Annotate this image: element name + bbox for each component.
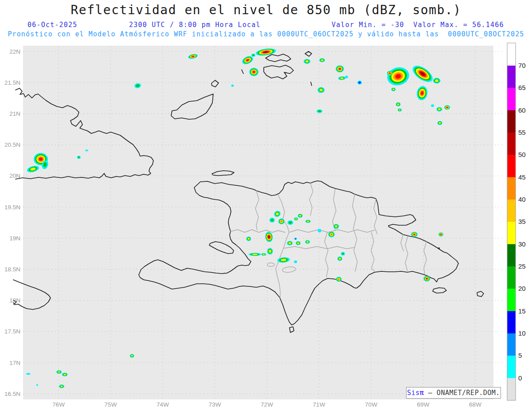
y-tick-label: 20N — [9, 172, 20, 179]
y-tick-label: 22N — [9, 48, 20, 55]
colorbar-tick-label: 60 — [518, 106, 526, 114]
reflectivity-cell — [246, 237, 251, 241]
y-tick-label: 19.5N — [4, 204, 20, 211]
y-tick-label: 17.5N — [4, 328, 20, 335]
reflectivity-cell — [438, 232, 443, 236]
reflectivity-cell — [396, 102, 401, 106]
reflectivity-cell — [130, 354, 134, 358]
branding-box: Sisπ – ONAMET/REP.DOM. — [406, 387, 501, 399]
colorbar-tick-label: 15 — [518, 307, 526, 315]
map-canvas: 22N21.5N21N20.5N20N19.5N19N18.5N18N17.5N… — [0, 0, 532, 411]
reflectivity-cell — [398, 108, 402, 111]
colorbar: 7065605550454035302520151050 — [507, 43, 526, 400]
colorbar-tick-label: 30 — [518, 240, 526, 248]
colorbar-tick-label: 10 — [518, 329, 526, 337]
reflectivity-cell — [328, 231, 335, 237]
reflectivity-cell — [267, 248, 273, 254]
reflectivity-cell — [438, 121, 442, 125]
x-tick-label: 69W — [417, 401, 430, 408]
reflectivity-cell — [270, 218, 275, 223]
y-tick-label: 19N — [9, 235, 20, 242]
reflectivity-cell — [251, 54, 255, 57]
reflectivity-cell — [294, 261, 297, 263]
y-tick-label: 16.5N — [4, 391, 20, 397]
reflectivity-cell — [26, 373, 30, 375]
branding-pi-logo: π — [420, 389, 424, 397]
colorbar-tick-label: 20 — [518, 285, 526, 292]
branding-org: – ONAMET/REP.DOM. — [424, 389, 500, 397]
reflectivity-cell — [319, 58, 325, 62]
branding-sis: Sis — [407, 389, 420, 397]
x-tick-label: 70W — [365, 401, 377, 408]
reflectivity-cell — [36, 384, 38, 386]
x-tick-label: 73W — [209, 401, 221, 408]
colorbar-tick-label: 55 — [518, 129, 526, 136]
x-tick-label: 75W — [105, 401, 117, 408]
reflectivity-cell — [336, 65, 344, 72]
reflectivity-cell — [431, 104, 434, 107]
reflectivity-cell — [85, 149, 88, 151]
reflectivity-cell — [296, 241, 301, 245]
x-tick-label: 74W — [156, 401, 169, 408]
reflectivity-cell — [357, 81, 362, 85]
y-tick-label: 21.5N — [4, 79, 20, 86]
reflectivity-cell — [249, 253, 261, 256]
colorbar-tick-label: 45 — [518, 173, 526, 181]
reflectivity-cell — [423, 276, 430, 282]
reflectivity-cell — [287, 241, 293, 245]
reflectivity-cell — [294, 238, 297, 240]
x-tick-label: 68W — [469, 401, 481, 408]
reflectivity-cell — [317, 87, 325, 93]
reflectivity-cell — [77, 156, 81, 159]
x-tick-label: 71W — [313, 401, 325, 408]
reflectivity-cell — [305, 240, 310, 244]
colorbar-tick-label: 25 — [518, 262, 526, 270]
reflectivity-cell — [304, 59, 310, 64]
reflectivity-cell — [261, 253, 266, 256]
reflectivity-cell — [345, 76, 348, 78]
reflectivity-cell — [62, 373, 68, 376]
x-tick-label: 76W — [52, 401, 65, 408]
y-tick-label: 21N — [9, 110, 20, 117]
y-tick-label: 17N — [9, 360, 20, 366]
weather-map-page: Reflectividad en el nivel de 850 mb (dBZ… — [0, 0, 532, 411]
y-tick-label: 18.5N — [4, 266, 20, 273]
colorbar-tick-label: 40 — [518, 196, 526, 203]
reflectivity-cell — [294, 217, 298, 220]
reflectivity-cell — [444, 105, 450, 110]
reflectivity-cell — [231, 85, 234, 87]
reflectivity-cell — [341, 252, 345, 255]
colorbar-tick-label: 70 — [518, 62, 526, 69]
reflectivity-cell — [287, 220, 293, 225]
y-tick-label: 20.5N — [4, 141, 20, 148]
reflectivity-cell — [391, 88, 396, 91]
reflectivity-cell — [305, 220, 311, 223]
y-tick-label: 18N — [9, 297, 20, 304]
reflectivity-cell — [411, 232, 418, 237]
colorbar-tick-label: 5 — [518, 352, 522, 359]
reflectivity-cell — [59, 384, 64, 388]
colorbar-tick-label: 50 — [518, 151, 526, 158]
reflectivity-cell — [318, 229, 321, 232]
colorbar-tick-label: 65 — [518, 84, 526, 91]
colorbar-tick-label: 0 — [518, 374, 522, 382]
x-tick-label: 72W — [261, 401, 273, 408]
reflectivity-cell — [336, 277, 342, 282]
reflectivity-cell — [249, 68, 258, 76]
reflectivity-cell — [337, 257, 342, 261]
reflectivity-cell — [317, 110, 322, 113]
reflectivity-cell — [56, 370, 62, 374]
reflectivity-cell — [436, 107, 442, 112]
reflectivity-cell — [433, 78, 441, 83]
reflectivity-cell — [298, 214, 303, 218]
colorbar-tick-label: 35 — [518, 218, 526, 225]
reflectivity-cell — [387, 71, 393, 76]
reflectivity-cell — [278, 219, 285, 224]
reflectivity-cell — [333, 224, 339, 229]
